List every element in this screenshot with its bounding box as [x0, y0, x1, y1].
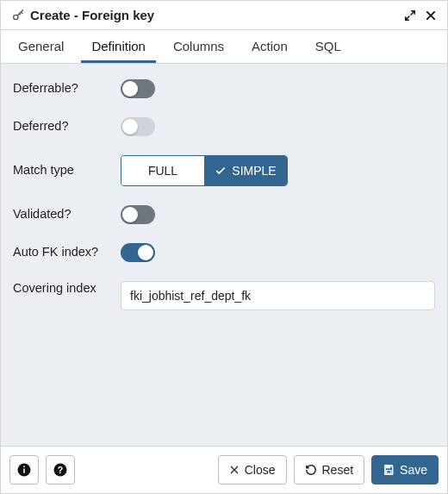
form-body: Deferrable? Deferred? Match type FULL SI…: [1, 64, 447, 446]
covering-index-input[interactable]: [121, 281, 435, 310]
match-type-segmented: FULL SIMPLE: [121, 155, 288, 186]
deferred-label: Deferred?: [13, 119, 121, 134]
deferrable-toggle[interactable]: [121, 79, 155, 98]
dialog-header: Create - Foreign key: [1, 1, 447, 30]
close-icon[interactable]: [425, 9, 437, 22]
x-icon: [229, 465, 240, 475]
reset-button[interactable]: Reset: [294, 455, 365, 485]
help-button[interactable]: ?: [46, 455, 75, 485]
dialog-footer: ? Close Reset Save: [1, 446, 447, 493]
dialog-title: Create - Foreign key: [30, 8, 154, 22]
match-option-full[interactable]: FULL: [121, 156, 204, 185]
svg-rect-3: [23, 466, 25, 468]
info-button[interactable]: [9, 455, 39, 485]
close-button-label: Close: [245, 463, 276, 477]
svg-rect-7: [387, 466, 390, 468]
autofk-toggle[interactable]: [121, 243, 155, 262]
tab-definition[interactable]: Definition: [81, 30, 156, 63]
reset-icon: [305, 464, 317, 476]
tab-general[interactable]: General: [8, 30, 74, 63]
save-icon: [383, 464, 395, 476]
close-button[interactable]: Close: [218, 455, 287, 485]
deferrable-label: Deferrable?: [13, 81, 121, 96]
reset-button-label: Reset: [322, 463, 354, 477]
tab-action[interactable]: Action: [241, 30, 298, 63]
tab-sql[interactable]: SQL: [305, 30, 352, 63]
tabs: General Definition Columns Action SQL: [1, 30, 447, 64]
svg-rect-2: [23, 469, 25, 473]
check-icon: [215, 165, 227, 177]
key-icon: [11, 9, 25, 22]
match-option-simple[interactable]: SIMPLE: [204, 156, 287, 185]
save-button[interactable]: Save: [371, 455, 439, 485]
svg-text:?: ?: [58, 465, 63, 475]
save-button-label: Save: [400, 463, 427, 477]
validated-toggle[interactable]: [121, 205, 155, 224]
autofk-label: Auto FK index?: [13, 245, 121, 260]
deferred-toggle: [121, 117, 155, 136]
expand-icon[interactable]: [404, 9, 416, 22]
match-type-label: Match type: [13, 163, 121, 178]
validated-label: Validated?: [13, 207, 121, 222]
tab-columns[interactable]: Columns: [163, 30, 234, 63]
match-option-simple-label: SIMPLE: [232, 164, 276, 178]
covering-index-label: Covering index: [13, 281, 121, 296]
